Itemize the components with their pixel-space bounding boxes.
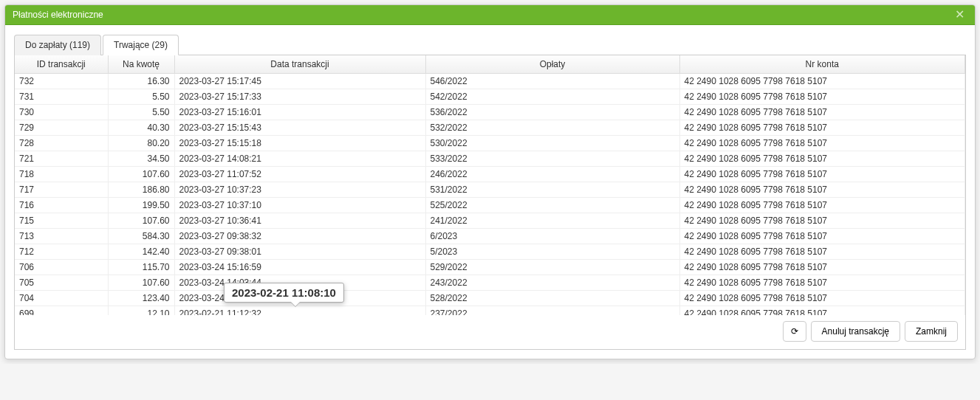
col-header-amount[interactable]: Na kwotę <box>108 55 174 74</box>
cell-fees: 528/2022 <box>425 291 679 306</box>
cell-amount: 40.30 <box>108 120 174 136</box>
cell-account: 42 2490 1028 6095 7798 7618 5107 <box>679 151 965 167</box>
table-row[interactable]: 717186.802023-03-27 10:37:23531/202242 2… <box>15 182 965 198</box>
titlebar[interactable]: Płatności elektroniczne ✕ <box>5 5 975 25</box>
table-row[interactable]: 713584.302023-03-27 09:38:326/202342 249… <box>15 229 965 244</box>
window-content: Do zapłaty (119) Trwające (29) ID transa… <box>5 25 975 359</box>
cell-amount: 142.40 <box>108 244 174 260</box>
footer-bar: ⟳ Anuluj transakcję Zamknij <box>15 315 965 345</box>
cell-date: 2023-03-24 14:01:58 <box>174 291 425 306</box>
refresh-icon: ⟳ <box>791 326 798 337</box>
cell-fees: 237/2022 <box>425 306 679 316</box>
cell-account: 42 2490 1028 6095 7798 7618 5107 <box>679 260 965 275</box>
grid-header-row: ID transakcji Na kwotę Data transakcji O… <box>15 55 965 74</box>
cell-account: 42 2490 1028 6095 7798 7618 5107 <box>679 291 965 306</box>
cell-fees: 536/2022 <box>425 105 679 120</box>
table-row[interactable]: 712142.402023-03-27 09:38:015/202342 249… <box>15 244 965 260</box>
cell-date: 2023-03-27 11:07:52 <box>174 167 425 182</box>
cell-account: 42 2490 1028 6095 7798 7618 5107 <box>679 244 965 260</box>
cell-amount: 199.50 <box>108 198 174 213</box>
cell-id: 715 <box>15 213 108 229</box>
col-header-account[interactable]: Nr konta <box>679 55 965 74</box>
cell-id: 730 <box>15 105 108 120</box>
table-row[interactable]: 7305.502023-03-27 15:16:01536/202242 249… <box>15 105 965 120</box>
cell-date: 2023-03-27 14:08:21 <box>174 151 425 167</box>
cell-date: 2023-03-27 09:38:32 <box>174 229 425 244</box>
cell-date: 2023-03-27 10:36:41 <box>174 213 425 229</box>
cell-date: 2023-03-27 15:15:18 <box>174 136 425 151</box>
cell-fees: 530/2022 <box>425 136 679 151</box>
window-title: Płatności elektroniczne <box>13 10 103 20</box>
cell-amount: 34.50 <box>108 151 174 167</box>
cell-amount: 123.40 <box>108 291 174 306</box>
cell-id: 717 <box>15 182 108 198</box>
table-row[interactable]: 72940.302023-03-27 15:15:43532/202242 24… <box>15 120 965 136</box>
table-row[interactable]: 7315.502023-03-27 15:17:33542/202242 249… <box>15 89 965 105</box>
cell-fees: 246/2022 <box>425 167 679 182</box>
table-row[interactable]: 69912.102023-02-21 11:12:32237/202242 24… <box>15 306 965 316</box>
cell-account: 42 2490 1028 6095 7798 7618 5107 <box>679 89 965 105</box>
cell-account: 42 2490 1028 6095 7798 7618 5107 <box>679 120 965 136</box>
cell-date: 2023-02-21 11:12:32 <box>174 306 425 316</box>
cancel-transaction-button[interactable]: Anuluj transakcję <box>811 321 900 342</box>
col-header-fees[interactable]: Opłaty <box>425 55 679 74</box>
refresh-button[interactable]: ⟳ <box>783 321 806 342</box>
cell-amount: 107.60 <box>108 275 174 291</box>
cell-date: 2023-03-24 15:16:59 <box>174 260 425 275</box>
cell-amount: 584.30 <box>108 229 174 244</box>
col-header-date[interactable]: Data transakcji <box>174 55 425 74</box>
cell-account: 42 2490 1028 6095 7798 7618 5107 <box>679 105 965 120</box>
cell-id: 729 <box>15 120 108 136</box>
cell-amount: 12.10 <box>108 306 174 316</box>
table-row[interactable]: 72880.202023-03-27 15:15:18530/202242 24… <box>15 136 965 151</box>
payments-window: Płatności elektroniczne ✕ Do zapłaty (11… <box>4 4 976 359</box>
cell-fees: 6/2023 <box>425 229 679 244</box>
close-icon[interactable]: ✕ <box>952 9 967 21</box>
tab-panel-ongoing: ID transakcji Na kwotę Data transakcji O… <box>14 55 966 350</box>
cell-id: 705 <box>15 275 108 291</box>
table-row[interactable]: 705107.602023-03-24 14:03:44243/202242 2… <box>15 275 965 291</box>
cell-date: 2023-03-24 14:03:44 <box>174 275 425 291</box>
cell-amount: 107.60 <box>108 213 174 229</box>
cell-id: 721 <box>15 151 108 167</box>
col-header-id[interactable]: ID transakcji <box>15 55 108 74</box>
cell-amount: 80.20 <box>108 136 174 151</box>
table-row[interactable]: 704123.402023-03-24 14:01:58528/202242 2… <box>15 291 965 306</box>
cell-id: 728 <box>15 136 108 151</box>
cell-id: 732 <box>15 74 108 89</box>
table-row[interactable]: 716199.502023-03-27 10:37:10525/202242 2… <box>15 198 965 213</box>
cell-account: 42 2490 1028 6095 7798 7618 5107 <box>679 229 965 244</box>
cell-amount: 186.80 <box>108 182 174 198</box>
tab-ongoing[interactable]: Trwające (29) <box>103 35 179 55</box>
table-row[interactable]: 706115.702023-03-24 15:16:59529/202242 2… <box>15 260 965 275</box>
tab-to-pay[interactable]: Do zapłaty (119) <box>14 35 101 55</box>
cell-account: 42 2490 1028 6095 7798 7618 5107 <box>679 182 965 198</box>
close-button[interactable]: Zamknij <box>905 321 958 342</box>
cell-account: 42 2490 1028 6095 7798 7618 5107 <box>679 74 965 89</box>
cell-fees: 546/2022 <box>425 74 679 89</box>
cell-id: 706 <box>15 260 108 275</box>
table-row[interactable]: 715107.602023-03-27 10:36:41241/202242 2… <box>15 213 965 229</box>
cell-account: 42 2490 1028 6095 7798 7618 5107 <box>679 167 965 182</box>
cell-id: 716 <box>15 198 108 213</box>
cell-id: 731 <box>15 89 108 105</box>
cell-account: 42 2490 1028 6095 7798 7618 5107 <box>679 213 965 229</box>
table-row[interactable]: 718107.602023-03-27 11:07:52246/202242 2… <box>15 167 965 182</box>
cell-amount: 16.30 <box>108 74 174 89</box>
cell-fees: 531/2022 <box>425 182 679 198</box>
transactions-grid[interactable]: ID transakcji Na kwotę Data transakcji O… <box>15 55 965 315</box>
cell-amount: 107.60 <box>108 167 174 182</box>
cell-date: 2023-03-27 09:38:01 <box>174 244 425 260</box>
cell-date: 2023-03-27 10:37:23 <box>174 182 425 198</box>
cell-date: 2023-03-27 15:17:45 <box>174 74 425 89</box>
cell-fees: 241/2022 <box>425 213 679 229</box>
cell-date: 2023-03-27 15:16:01 <box>174 105 425 120</box>
cell-account: 42 2490 1028 6095 7798 7618 5107 <box>679 306 965 316</box>
table-row[interactable]: 73216.302023-03-27 15:17:45546/202242 24… <box>15 74 965 89</box>
table-row[interactable]: 72134.502023-03-27 14:08:21533/202242 24… <box>15 151 965 167</box>
cell-id: 713 <box>15 229 108 244</box>
tab-strip: Do zapłaty (119) Trwające (29) <box>14 34 966 55</box>
cell-fees: 532/2022 <box>425 120 679 136</box>
cell-id: 712 <box>15 244 108 260</box>
cell-account: 42 2490 1028 6095 7798 7618 5107 <box>679 275 965 291</box>
